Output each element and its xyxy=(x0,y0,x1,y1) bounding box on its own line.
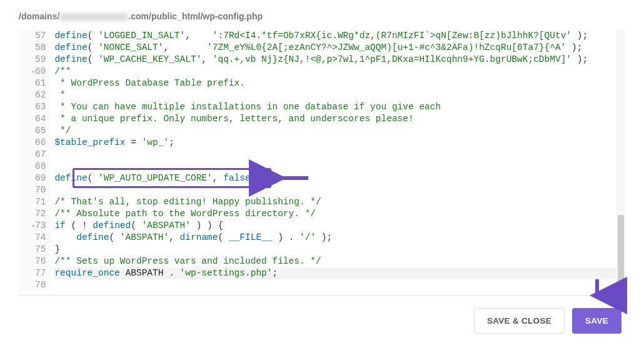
fold-icon[interactable]: ▾ xyxy=(30,66,35,78)
line-number: 58 xyxy=(30,42,46,54)
code-line[interactable]: } xyxy=(54,244,625,256)
line-number: 67 xyxy=(30,149,46,161)
line-number: 78 xyxy=(30,279,46,291)
code-line[interactable]: define( 'WP_CACHE_KEY_SALT', 'qq.+,vb Nj… xyxy=(54,54,625,66)
code-line[interactable] xyxy=(54,149,625,161)
breadcrumb: /domains/.com/public_html/wp-config.php xyxy=(19,6,625,30)
line-number: 76 xyxy=(30,256,46,267)
line-number: 61 xyxy=(30,77,46,89)
line-number-gutter: 575859▾60616263646566676869707172▾737475… xyxy=(19,30,51,291)
breadcrumb-prefix: /domains/ xyxy=(19,11,59,21)
line-number: 59 xyxy=(30,54,46,66)
code-line[interactable]: define( 'NONCE_SALT', '7ZM_eY%L0{2A[;ezA… xyxy=(54,42,625,54)
code-line[interactable]: * You can have multiple installations in… xyxy=(54,101,625,113)
save-button[interactable]: SAVE xyxy=(572,308,621,334)
code-line[interactable]: /** xyxy=(54,66,625,77)
code-line[interactable]: define( 'LOGGED_IN_SALT', ':7Rd<I4.*tf=O… xyxy=(54,30,625,42)
code-line[interactable] xyxy=(54,184,625,196)
code-editor[interactable]: 575859▾60616263646566676869707172▾737475… xyxy=(19,30,625,296)
breadcrumb-redacted xyxy=(59,13,128,21)
line-number: ▾60 xyxy=(30,66,46,77)
code-line[interactable] xyxy=(54,161,625,172)
line-number: 66 xyxy=(30,137,46,149)
save-and-close-button[interactable]: SAVE & CLOSE xyxy=(474,308,565,334)
code-line[interactable]: * WordPress Database Table prefix. xyxy=(54,77,625,89)
line-number: 75 xyxy=(30,244,46,256)
code-area[interactable]: define( 'LOGGED_IN_SALT', ':7Rd<I4.*tf=O… xyxy=(51,30,625,291)
code-line[interactable] xyxy=(54,279,625,291)
code-line[interactable]: /** Absolute path to the WordPress direc… xyxy=(54,208,625,220)
code-line[interactable]: /** Sets up WordPress vars and included … xyxy=(54,256,625,267)
editor-scrollbar[interactable] xyxy=(616,30,625,295)
code-line[interactable]: /* That's all, stop editing! Happy publi… xyxy=(54,196,625,208)
code-line[interactable]: */ xyxy=(54,125,625,137)
line-number: 74 xyxy=(30,232,46,244)
line-number: 70 xyxy=(30,184,46,196)
breadcrumb-suffix: .com/public_html/wp-config.php xyxy=(128,11,263,21)
line-number: 71 xyxy=(30,196,46,208)
code-line[interactable]: define( 'WP_AUTO_UPDATE_CORE', false ); xyxy=(54,172,625,184)
line-number: ▾73 xyxy=(30,220,46,232)
line-number: 65 xyxy=(30,125,46,137)
code-line[interactable]: * xyxy=(54,89,625,101)
line-number: 62 xyxy=(30,89,46,101)
line-number: 72 xyxy=(30,208,46,220)
editor-scrollbar-thumb[interactable] xyxy=(618,215,624,290)
code-line[interactable]: $table_prefix = 'wp_'; xyxy=(54,137,625,149)
line-number: 77 xyxy=(30,267,46,279)
line-number: 57 xyxy=(30,30,46,42)
line-number: 63 xyxy=(30,101,46,113)
line-number: 64 xyxy=(30,113,46,125)
code-line[interactable]: if ( ! defined( 'ABSPATH' ) ) { xyxy=(54,220,625,232)
code-line[interactable]: define( 'ABSPATH', dirname( __FILE__ ) .… xyxy=(54,232,625,244)
editor-toolbar: SAVE & CLOSE SAVE xyxy=(19,296,625,337)
code-line[interactable]: require_once ABSPATH . 'wp-settings.php'… xyxy=(54,267,625,279)
line-number: 68 xyxy=(30,161,46,172)
fold-icon[interactable]: ▾ xyxy=(30,221,35,232)
code-line[interactable]: * a unique prefix. Only numbers, letters… xyxy=(54,113,625,125)
line-number: 69 xyxy=(30,172,46,184)
